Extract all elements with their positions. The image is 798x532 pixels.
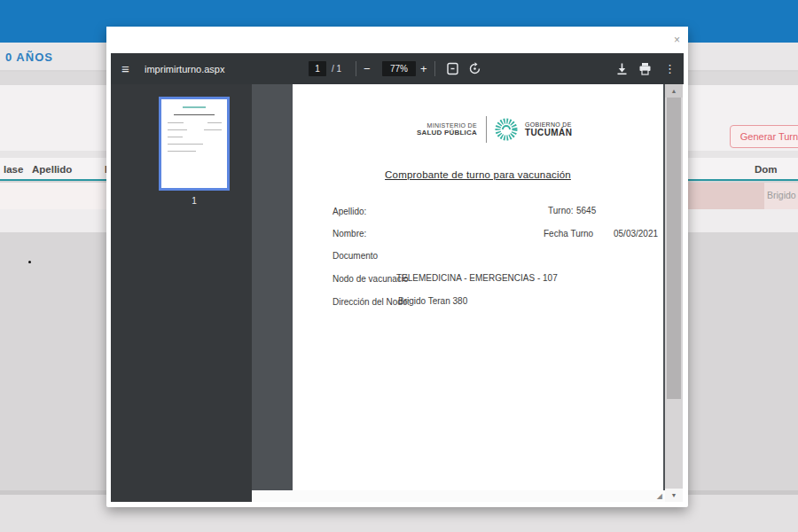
rotate-icon[interactable] [468, 62, 481, 75]
thumbnail-title-line [174, 114, 215, 115]
print-preview-modal: × ≡ imprimirturno.aspx 1 / 1 − 77% + [106, 27, 688, 507]
page-thumbnail[interactable] [159, 97, 230, 191]
download-icon[interactable] [615, 62, 629, 75]
document-header: MINISTERIO DE SALUD PÚBLICA GOBIERNO DE … [417, 116, 572, 143]
ministry-logo-text: MINISTERIO DE SALUD PÚBLICA [417, 122, 477, 137]
menu-icon[interactable]: ≡ [121, 53, 129, 84]
document-title: Comprobante de turno para vacunación [293, 169, 663, 180]
field-nodo-value: TELEMEDICINA - EMERGENCIAS - 107 [396, 273, 558, 283]
pdf-content-area: 1 MINISTERIO DE SALUD PÚBLICA G [111, 84, 683, 502]
close-icon[interactable]: × [674, 35, 680, 45]
fit-to-page-icon[interactable] [446, 62, 459, 75]
vertical-scrollbar-thumb[interactable] [667, 98, 681, 399]
scroll-up-icon[interactable]: ▲ [665, 84, 683, 98]
tucuman-logo-icon [494, 117, 519, 142]
resize-grip-icon[interactable]: ◢ [657, 492, 662, 501]
page-number-input[interactable]: 1 [309, 61, 326, 76]
toolbar-separator [434, 61, 435, 76]
more-options-icon[interactable]: ⋮ [664, 53, 676, 84]
row-domicilio-value: Brigido [767, 190, 796, 200]
header-divider [486, 116, 487, 143]
field-documento-label: Documento [332, 251, 378, 261]
stray-dot [28, 261, 31, 263]
pdf-viewport[interactable]: MINISTERIO DE SALUD PÚBLICA GOBIERNO DE … [252, 84, 665, 502]
pdf-page: MINISTERIO DE SALUD PÚBLICA GOBIERNO DE … [293, 84, 663, 490]
horizontal-scrollbar[interactable]: ◢ [252, 490, 665, 502]
field-fecha-label: Fecha Turno [544, 229, 593, 239]
column-header-apellido: Apellido [32, 164, 72, 175]
field-turno-label: Turno: [548, 206, 574, 215]
field-apellido-label: Apellido: [332, 207, 366, 216]
zoom-level-input[interactable]: 77% [382, 61, 416, 76]
modal-titlebar: × [106, 27, 688, 53]
pdf-toolbar: ≡ imprimirturno.aspx 1 / 1 − 77% + ⋮ [111, 53, 684, 84]
page-total-label: / 1 [332, 53, 341, 84]
zoom-in-button[interactable]: + [420, 53, 427, 84]
screen: { "background": { "age_label": "0 AÑOS",… [0, 0, 798, 532]
thumbnail-logo-line [183, 106, 206, 108]
thumbnail-page-number: 1 [159, 196, 230, 206]
field-nombre-label: Nombre: [332, 229, 366, 239]
field-turno-value: 5645 [576, 206, 596, 215]
age-group-label: 0 AÑOS [5, 51, 53, 64]
field-fecha-value: 05/03/2021 [614, 229, 658, 239]
selected-row-highlight [683, 183, 764, 209]
pdf-filename: imprimirturno.aspx [145, 53, 224, 84]
thumbnail-sidebar: 1 [111, 84, 252, 502]
column-header-domicilio: Dom [755, 164, 778, 175]
vertical-scrollbar[interactable]: ▲ ▼ [665, 84, 683, 502]
print-icon[interactable] [638, 62, 652, 75]
generate-turno-button[interactable]: Generar Turno [730, 125, 798, 148]
toolbar-separator [356, 61, 356, 76]
field-direccion-value: Brigido Teran 380 [398, 296, 467, 306]
government-logo-text: GOBIERNO DE TUCUMÁN [525, 121, 572, 137]
zoom-out-button[interactable]: − [364, 53, 371, 84]
scroll-down-icon[interactable]: ▼ [665, 489, 683, 502]
column-header-clase: lase [4, 164, 23, 175]
